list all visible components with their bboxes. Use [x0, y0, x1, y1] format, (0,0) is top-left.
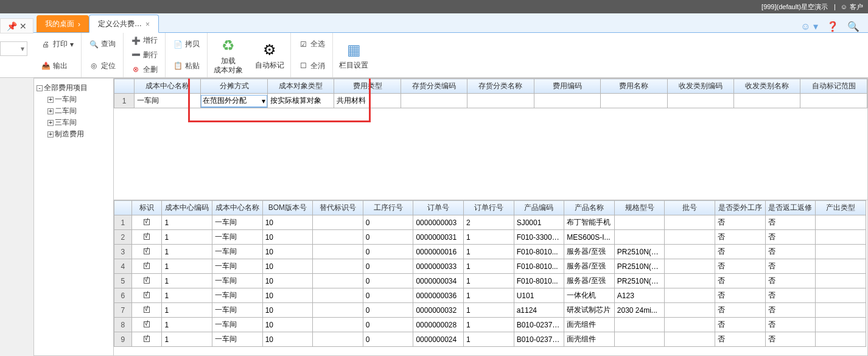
cell-product-code[interactable]: F010-8010... [514, 259, 564, 274]
cell-outsource[interactable]: 否 [715, 245, 766, 259]
cell-lot[interactable] [665, 215, 715, 230]
cell-product-name[interactable]: MES600S-I... [564, 230, 615, 245]
cell-center-code[interactable]: 1 [162, 332, 212, 347]
deselect-all-button[interactable]: ☐全消 [295, 60, 329, 72]
cell-bom[interactable]: 10 [262, 259, 313, 274]
tree-item[interactable]: +制造费用 [37, 128, 111, 140]
cell-lot[interactable] [665, 332, 715, 347]
cell-product-name[interactable]: 服务器/至强 [564, 274, 615, 288]
cell[interactable] [800, 94, 867, 108]
query-button[interactable]: 🔍查询 [85, 38, 119, 51]
cell-center-name[interactable]: 一车间 [212, 215, 263, 230]
cell-bom[interactable]: 10 [262, 303, 313, 318]
tree-item[interactable]: +一车间 [37, 94, 111, 105]
cell-op[interactable]: 0 [363, 230, 413, 245]
column-header[interactable]: 分摊方式 [201, 79, 267, 94]
cell-order[interactable]: 0000000036 [413, 288, 464, 303]
cell-order-line[interactable]: 2 [464, 215, 514, 230]
select-all-button[interactable]: ☑全选 [295, 38, 329, 51]
cell-lot[interactable] [665, 303, 715, 318]
column-header[interactable]: 是否返工返修 [765, 201, 816, 215]
close-icon[interactable]: ✕ [19, 21, 27, 31]
cell-op[interactable]: 0 [363, 215, 413, 230]
column-header[interactable]: 工序行号 [363, 201, 413, 215]
cell-spec[interactable] [614, 318, 665, 332]
row-number[interactable]: 1 [114, 215, 132, 230]
panel-pin-bar[interactable]: 📌 ✕ [0, 18, 33, 33]
cell-alt[interactable] [313, 245, 363, 259]
cell-spec[interactable] [614, 215, 665, 230]
table-row[interactable]: 31一车间10000000000161F010-8010...服务器/至强PR2… [114, 245, 866, 259]
cell-mark[interactable] [131, 245, 162, 259]
expand-icon[interactable]: + [47, 120, 54, 126]
headset-icon[interactable]: ☺ [841, 3, 847, 10]
cell-product-code[interactable]: SJ0001 [514, 215, 564, 230]
cell-alt[interactable] [313, 303, 363, 318]
cell-order[interactable]: 0000000003 [413, 215, 464, 230]
row-number[interactable]: 6 [114, 288, 132, 303]
cell-rework[interactable]: 否 [765, 274, 816, 288]
cell-bom[interactable]: 10 [262, 215, 313, 230]
paste-button[interactable]: 📋粘贴 [169, 60, 203, 72]
column-header[interactable]: 成本对象类型 [267, 79, 334, 94]
cell-outsource[interactable]: 否 [715, 259, 766, 274]
auto-mark-button[interactable]: ⚙ 自动标记 [249, 33, 290, 77]
cell-product-name[interactable]: 面壳组件 [564, 318, 615, 332]
cell-mark[interactable] [131, 274, 162, 288]
column-header[interactable]: 收发类别编码 [667, 79, 733, 94]
cell-output-type[interactable] [816, 230, 866, 245]
column-header[interactable]: 存货分类名称 [467, 79, 534, 94]
cell-cost-center[interactable]: 一车间 [134, 94, 200, 108]
cell-rework[interactable]: 否 [765, 288, 816, 303]
cell-center-name[interactable]: 一车间 [212, 332, 263, 347]
cell-output-type[interactable] [816, 274, 866, 288]
cell-bom[interactable]: 10 [262, 230, 313, 245]
cell-rework[interactable]: 否 [765, 245, 816, 259]
table-row[interactable]: 91一车间10000000000241B010-0237002面壳组件否否 [114, 332, 866, 347]
column-header[interactable]: 批号 [665, 201, 715, 215]
export-button[interactable]: 📤输出 [37, 60, 77, 72]
cell-center-code[interactable]: 1 [162, 303, 212, 318]
cell-center-name[interactable]: 一车间 [212, 318, 263, 332]
cell-alt[interactable] [313, 215, 363, 230]
cell-op[interactable]: 0 [363, 288, 413, 303]
cell-spec[interactable] [614, 230, 665, 245]
cell-order[interactable]: 0000000034 [413, 274, 464, 288]
dropdown-input[interactable]: 在范围外分配 ▾ [201, 95, 267, 107]
cell-center-code[interactable]: 1 [162, 245, 212, 259]
cell-alloc-method[interactable]: 在范围外分配 ▾ 在范围内分配 在范围外分配 [201, 94, 267, 108]
column-header[interactable]: 费用名称 [601, 79, 667, 94]
cell-order[interactable]: 0000000031 [413, 230, 464, 245]
cell-lot[interactable] [665, 245, 715, 259]
load-cost-object-button[interactable]: ♻ 加载 成本对象 [208, 33, 249, 77]
cell-alt[interactable] [313, 274, 363, 288]
cell-alt[interactable] [313, 288, 363, 303]
cell-alt[interactable] [313, 318, 363, 332]
row-number[interactable]: 5 [114, 274, 132, 288]
cell-order-line[interactable]: 1 [464, 259, 514, 274]
cell-product-code[interactable]: a1124 [514, 303, 564, 318]
cell-mark[interactable] [131, 332, 162, 347]
row-number[interactable]: 3 [114, 245, 132, 259]
cell-center-name[interactable]: 一车间 [212, 274, 263, 288]
cell-op[interactable]: 0 [363, 259, 413, 274]
cell-bom[interactable]: 10 [262, 318, 313, 332]
tab-define-public-fee[interactable]: 定义公共费… × [89, 15, 159, 33]
table-row[interactable]: 51一车间10000000000341F010-8010...服务器/至强PR2… [114, 274, 866, 288]
cell[interactable] [667, 94, 733, 108]
cell-rework[interactable]: 否 [765, 303, 816, 318]
cell-product-code[interactable]: U101 [514, 288, 564, 303]
cell-op[interactable]: 0 [363, 332, 413, 347]
expand-icon[interactable]: + [47, 97, 54, 103]
cell-output-type[interactable] [816, 303, 866, 318]
cell[interactable] [601, 94, 667, 108]
cell[interactable] [734, 94, 800, 108]
cell-output-type[interactable] [816, 288, 866, 303]
cell[interactable] [401, 94, 467, 108]
cell-product-code[interactable]: B010-0237002 [514, 332, 564, 347]
cell-center-code[interactable]: 1 [162, 318, 212, 332]
cell-mark[interactable] [131, 318, 162, 332]
cell-fee-type[interactable]: 共用材料 [334, 94, 401, 108]
add-row-button[interactable]: ➕增行 [127, 34, 161, 47]
dropdown-option[interactable]: 在范围内分配 [201, 108, 266, 108]
